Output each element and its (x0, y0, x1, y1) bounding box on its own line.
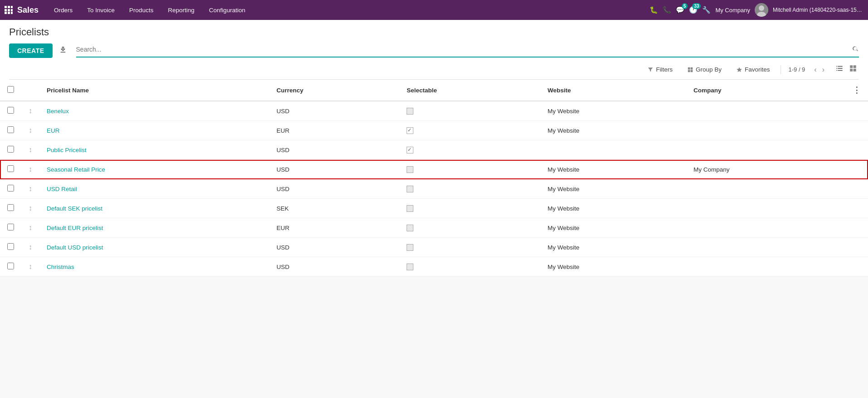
tools-icon[interactable]: 🔧 (702, 6, 711, 14)
drag-handle-icon[interactable]: ↕ (29, 204, 32, 212)
selectable-cell[interactable] (399, 199, 540, 218)
kanban-view-toggle[interactable] (847, 63, 859, 76)
pricelist-name-cell[interactable]: Public Pricelist (39, 140, 269, 160)
menu-to-invoice[interactable]: To Invoice (81, 4, 121, 16)
currency-cell: USD (269, 160, 399, 179)
pricelist-name-cell[interactable]: Benelux (39, 101, 269, 121)
selectable-cell[interactable] (399, 101, 540, 121)
row-checkbox[interactable] (7, 243, 14, 250)
drag-handle-icon[interactable]: ↕ (29, 107, 32, 115)
drag-handle-cell: ↕ (21, 121, 39, 140)
svg-rect-7 (8, 12, 10, 14)
selectable-cell[interactable] (399, 179, 540, 199)
selectable-unchecked-icon[interactable] (407, 108, 413, 115)
drag-handle-icon[interactable]: ↕ (29, 185, 32, 192)
selectable-cell[interactable] (399, 238, 540, 257)
pagination-next[interactable]: › (820, 65, 826, 75)
download-button[interactable] (57, 44, 69, 58)
favorites-button[interactable]: Favorites (732, 64, 774, 75)
search-bar (76, 44, 859, 58)
search-icon[interactable] (852, 45, 859, 54)
row-checkbox[interactable] (7, 126, 14, 133)
selectable-cell[interactable] (399, 140, 540, 160)
row-checkbox[interactable] (7, 263, 14, 269)
action-left: CREATE (9, 43, 69, 58)
menu-configuration[interactable]: Configuration (203, 4, 252, 16)
chat-icon[interactable]: 💬 5 (676, 6, 684, 14)
bug-icon[interactable]: 🐛 (650, 6, 658, 14)
row-checkbox[interactable] (7, 165, 14, 172)
select-all-checkbox[interactable] (7, 86, 14, 93)
row-checkbox[interactable] (7, 185, 14, 192)
filters-button[interactable]: Filters (644, 64, 676, 75)
row-options-cell (845, 257, 868, 277)
selectable-unchecked-icon[interactable] (407, 205, 413, 212)
page-header: Pricelists CREATE Filters Group B (0, 20, 868, 80)
groupby-icon (687, 67, 693, 73)
menu-orders[interactable]: Orders (48, 4, 79, 16)
website-cell: My Website (540, 160, 686, 179)
drag-handle-icon[interactable]: ↕ (29, 146, 32, 153)
currency-cell: SEK (269, 199, 399, 218)
view-toggles (834, 63, 859, 76)
selectable-cell[interactable] (399, 121, 540, 140)
company-cell (686, 121, 845, 140)
phone-icon[interactable]: 📞 (663, 6, 671, 14)
pricelist-name-cell[interactable]: Default USD pricelist (39, 238, 269, 257)
selectable-unchecked-icon[interactable] (407, 186, 413, 192)
table-row: ↕EUREURMy Website (0, 121, 868, 140)
selectable-cell[interactable] (399, 257, 540, 277)
selectable-unchecked-icon[interactable] (407, 166, 413, 173)
table-row: ↕Default EUR pricelistEURMy Website (0, 218, 868, 238)
filter-toolbar: Filters Group By Favorites 1-9 / 9 ‹ › (9, 60, 859, 80)
svg-rect-4 (8, 9, 10, 11)
row-checkbox[interactable] (7, 204, 14, 211)
groupby-button[interactable]: Group By (684, 64, 725, 75)
drag-handle-icon[interactable]: ↕ (29, 224, 32, 231)
drag-handle-icon[interactable]: ↕ (29, 165, 32, 173)
pricelist-name-cell[interactable]: Default EUR pricelist (39, 218, 269, 238)
pricelist-name-cell[interactable]: USD Retail (39, 179, 269, 199)
row-checkbox[interactable] (7, 107, 14, 114)
row-checkbox[interactable] (7, 224, 14, 230)
clock-icon[interactable]: 🕐 33 (689, 6, 698, 14)
selectable-unchecked-icon[interactable] (407, 225, 413, 231)
menu-reporting[interactable]: Reporting (161, 4, 201, 16)
drag-handle-cell: ↕ (21, 238, 39, 257)
row-options-cell (845, 140, 868, 160)
column-options-icon[interactable]: ⋮ (853, 86, 861, 95)
selectable-checked-icon[interactable] (407, 147, 413, 153)
grid-icon[interactable] (5, 6, 13, 14)
table-body: ↕BeneluxUSDMy Website↕EUREURMy Website↕P… (0, 101, 868, 277)
list-view-toggle[interactable] (834, 63, 845, 76)
pricelist-name-cell[interactable]: Default SEK pricelist (39, 199, 269, 218)
pricelist-name-cell[interactable]: Christmas (39, 257, 269, 277)
header-pricelist-name: Pricelist Name (39, 80, 269, 101)
search-input[interactable] (76, 44, 849, 55)
row-checkbox[interactable] (7, 146, 14, 153)
svg-rect-0 (5, 6, 7, 8)
pricelist-name-cell[interactable]: EUR (39, 121, 269, 140)
favorites-label: Favorites (745, 66, 770, 73)
website-cell: My Website (540, 199, 686, 218)
selectable-unchecked-icon[interactable] (407, 244, 413, 251)
company-cell (686, 101, 845, 121)
svg-rect-8 (11, 12, 13, 14)
pricelist-name-cell[interactable]: Seasonal Retail Price (39, 160, 269, 179)
website-cell: My Website (540, 257, 686, 277)
drag-handle-icon[interactable]: ↕ (29, 263, 32, 270)
table-row: ↕Default SEK pricelistSEKMy Website (0, 199, 868, 218)
website-cell: My Website (540, 179, 686, 199)
pagination-prev[interactable]: ‹ (812, 65, 818, 75)
selectable-unchecked-icon[interactable] (407, 264, 413, 270)
website-cell: My Website (540, 218, 686, 238)
selectable-cell[interactable] (399, 218, 540, 238)
row-options-cell (845, 238, 868, 257)
selectable-checked-icon[interactable] (407, 127, 413, 134)
drag-handle-icon[interactable]: ↕ (29, 126, 32, 134)
drag-handle-icon[interactable]: ↕ (29, 243, 32, 251)
create-button[interactable]: CREATE (9, 43, 53, 58)
selectable-cell[interactable] (399, 160, 540, 179)
user-avatar[interactable] (755, 3, 768, 17)
menu-products[interactable]: Products (123, 4, 160, 16)
